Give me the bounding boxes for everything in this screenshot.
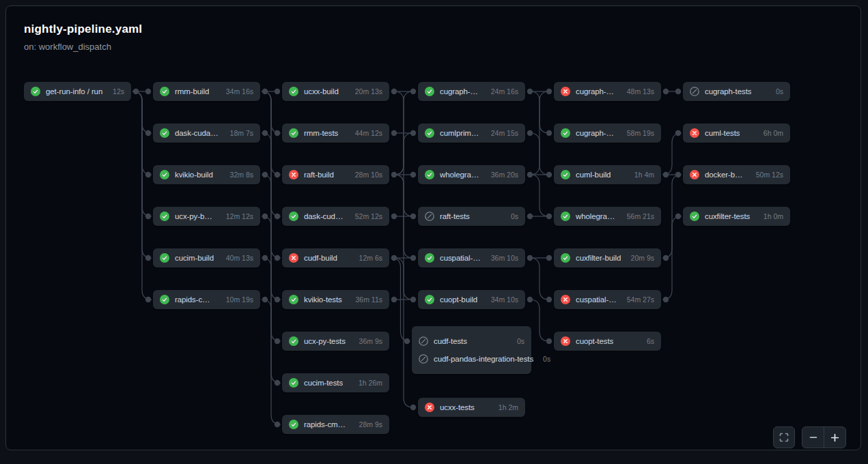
job-name: cudf-tests	[434, 337, 467, 345]
job-node-cumlprims_mg-build[interactable]: cumlprims_mg-build24m 15s	[418, 124, 525, 143]
skipped-status-icon	[419, 336, 428, 346]
zoom-out-button[interactable]	[802, 427, 824, 448]
skipped-status-icon	[419, 354, 428, 364]
job-node-wholegraph-tests[interactable]: wholegraph-tests56m 21s	[554, 207, 661, 226]
workflow-graph-canvas[interactable]	[5, 5, 861, 450]
job-duration: 0s	[539, 355, 550, 363]
success-status-icon	[561, 253, 570, 263]
skipped-status-icon	[425, 212, 434, 221]
success-status-icon	[561, 170, 570, 179]
job-name: cugraph-ops-build	[440, 87, 481, 96]
job-node-kvikio-build[interactable]: kvikio-build32m 8s	[153, 165, 260, 184]
success-status-icon	[289, 295, 298, 304]
job-duration: 34m 10s	[487, 295, 518, 304]
zoom-in-button[interactable]	[824, 427, 845, 448]
job-group-cudf-tests-group[interactable]: cudf-tests0scudf-pandas-integration-test…	[412, 326, 531, 374]
zoom-control	[802, 426, 846, 448]
job-node-cuopt-tests[interactable]: cuopt-tests6s	[554, 332, 661, 351]
job-duration: 1h 26m	[354, 379, 382, 387]
success-status-icon	[425, 253, 434, 263]
job-duration: 24m 15s	[487, 129, 518, 137]
job-node-rapids-cmake-build[interactable]: rapids-cmake-build10m 19s	[153, 290, 260, 309]
job-node-dask-cuda-build[interactable]: dask-cuda-build18m 7s	[153, 124, 260, 143]
job-node-cugraph-tests[interactable]: cugraph-tests0s	[683, 82, 790, 101]
success-status-icon	[425, 128, 434, 138]
job-name: cugraph-tests	[705, 87, 751, 96]
job-name: wholegraph-build	[440, 171, 481, 179]
job-duration: 0s	[507, 212, 518, 220]
job-duration: 32m 8s	[226, 171, 253, 179]
job-name: wholegraph-tests	[576, 212, 617, 220]
job-name: dask-cuda-tests	[304, 212, 346, 220]
job-node-cuxfilter-build[interactable]: cuxfilter-build20m 9s	[554, 248, 661, 267]
success-status-icon	[160, 253, 169, 263]
failure-status-icon	[289, 170, 298, 179]
job-node-cuspatial-tests[interactable]: cuspatial-tests54m 27s	[554, 290, 661, 309]
job-node-rapids-cmake-tests[interactable]: rapids-cmake-tests28m 9s	[282, 415, 389, 434]
job-node-rmm-tests[interactable]: rmm-tests44m 12s	[282, 124, 389, 143]
job-duration: 36m 9s	[355, 337, 382, 345]
job-duration: 12s	[109, 87, 124, 96]
failure-status-icon	[289, 253, 298, 263]
job-node-dask-cuda-tests[interactable]: dask-cuda-tests52m 12s	[282, 207, 389, 226]
job-name: cugraph-ops-tests	[576, 129, 617, 137]
job-name: ucxx-build	[304, 87, 339, 96]
fit-view-icon	[779, 432, 789, 443]
job-node-cudf-build[interactable]: cudf-build12m 6s	[282, 248, 389, 267]
success-status-icon	[425, 295, 434, 304]
job-duration: 28m 10s	[351, 171, 382, 179]
success-status-icon	[425, 170, 434, 179]
job-name: ucx-py-build	[175, 212, 216, 220]
job-node-cugraph-build[interactable]: cugraph-build48m 13s	[554, 82, 661, 101]
job-node-raft-tests[interactable]: raft-tests0s	[418, 207, 525, 226]
job-node-cuml-tests[interactable]: cuml-tests6h 0m	[683, 124, 790, 143]
job-duration: 18m 7s	[226, 129, 253, 137]
success-status-icon	[561, 128, 570, 138]
job-node-rmm-build[interactable]: rmm-build34m 16s	[153, 82, 260, 101]
job-name: cudf-pandas-integration-tests	[434, 355, 533, 363]
job-name: cuspatial-tests	[576, 295, 617, 304]
graph-header: nightly-pipeline.yaml on: workflow_dispa…	[24, 23, 142, 52]
job-duration: 52m 12s	[351, 212, 382, 220]
job-node-ucxx-build[interactable]: ucxx-build20m 13s	[282, 82, 389, 101]
fit-view-button[interactable]	[773, 426, 795, 448]
job-name: cuml-tests	[705, 129, 740, 137]
job-node-cudf-tests[interactable]: cudf-tests0s	[419, 332, 524, 350]
job-node-cucim-build[interactable]: cucim-build40m 13s	[153, 248, 260, 267]
job-name: cucim-build	[175, 254, 214, 262]
job-node-docker-build-and-test[interactable]: docker-build-and-test50m 12s	[683, 165, 790, 184]
job-name: ucxx-tests	[440, 403, 475, 411]
job-duration: 12m 12s	[222, 212, 253, 220]
success-status-icon	[289, 212, 298, 221]
job-node-cuxfilter-tests[interactable]: cuxfilter-tests1h 0m	[683, 207, 790, 226]
job-node-cudf-pandas-integration-tests[interactable]: cudf-pandas-integration-tests0s	[419, 350, 524, 368]
failure-status-icon	[561, 295, 570, 304]
job-node-cugraph-ops-tests[interactable]: cugraph-ops-tests58m 19s	[554, 124, 661, 143]
job-node-cucim-tests[interactable]: cucim-tests1h 26m	[282, 373, 389, 392]
success-status-icon	[160, 170, 169, 179]
failure-status-icon	[690, 128, 699, 138]
success-status-icon	[561, 212, 570, 221]
success-status-icon	[289, 420, 298, 429]
job-node-raft-build[interactable]: raft-build28m 10s	[282, 165, 389, 184]
job-node-wholegraph-build[interactable]: wholegraph-build36m 20s	[418, 165, 525, 184]
job-node-ucx-py-tests[interactable]: ucx-py-tests36m 9s	[282, 332, 389, 351]
job-node-kvikio-tests[interactable]: kvikio-tests36m 11s	[282, 290, 389, 309]
job-name: cudf-build	[304, 254, 337, 262]
job-duration: 56m 21s	[623, 212, 654, 220]
job-node-ucx-py-build[interactable]: ucx-py-build12m 12s	[153, 207, 260, 226]
job-node-cuml-build[interactable]: cuml-build1h 4m	[554, 165, 661, 184]
job-node-ucxx-tests[interactable]: ucxx-tests1h 2m	[418, 398, 525, 417]
job-duration: 0s	[513, 337, 524, 345]
job-duration: 1h 2m	[494, 403, 518, 411]
failure-status-icon	[690, 170, 699, 179]
job-duration: 48m 13s	[623, 87, 654, 96]
job-duration: 20m 9s	[627, 254, 654, 262]
job-node-run[interactable]: get-run-info / run12s	[24, 82, 131, 101]
success-status-icon	[160, 87, 169, 96]
job-name: rmm-build	[175, 87, 209, 96]
job-node-cuopt-build[interactable]: cuopt-build34m 10s	[418, 290, 525, 309]
job-name: ucx-py-tests	[304, 337, 346, 345]
job-node-cugraph-ops-build[interactable]: cugraph-ops-build24m 16s	[418, 82, 525, 101]
job-node-cuspatial-build[interactable]: cuspatial-build36m 10s	[418, 248, 525, 267]
